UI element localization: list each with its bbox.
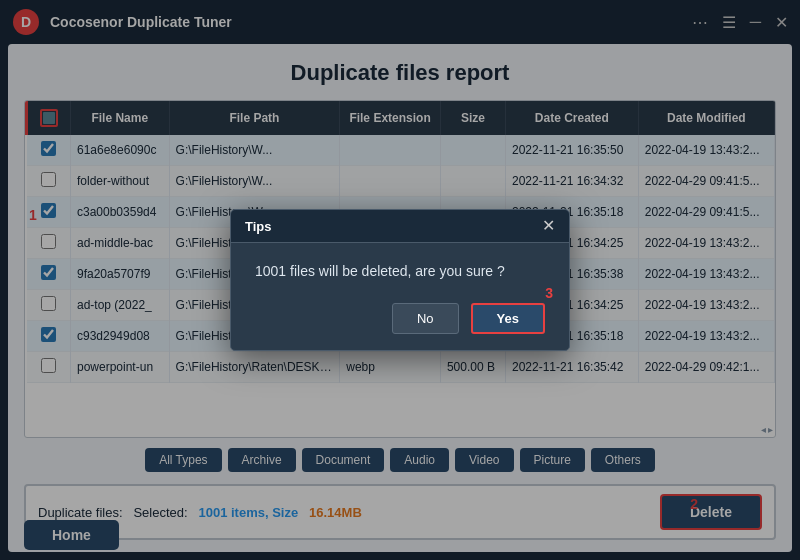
modal-body: 1001 files will be deleted, are you sure… bbox=[231, 243, 569, 295]
modal-box: Tips ✕ 1001 files will be deleted, are y… bbox=[230, 209, 570, 351]
badge-3: 3 bbox=[545, 285, 553, 301]
modal-message: 1001 files will be deleted, are you sure… bbox=[255, 263, 505, 279]
modal-title: Tips bbox=[245, 219, 272, 234]
modal-header: Tips ✕ bbox=[231, 210, 569, 243]
modal-yes-button[interactable]: Yes bbox=[471, 303, 545, 334]
modal-no-button[interactable]: No bbox=[392, 303, 459, 334]
modal-overlay: Tips ✕ 1001 files will be deleted, are y… bbox=[0, 0, 800, 560]
yes-btn-wrapper: 3 Yes bbox=[471, 303, 545, 334]
modal-actions: No 3 Yes bbox=[231, 295, 569, 350]
modal-close-button[interactable]: ✕ bbox=[542, 218, 555, 234]
